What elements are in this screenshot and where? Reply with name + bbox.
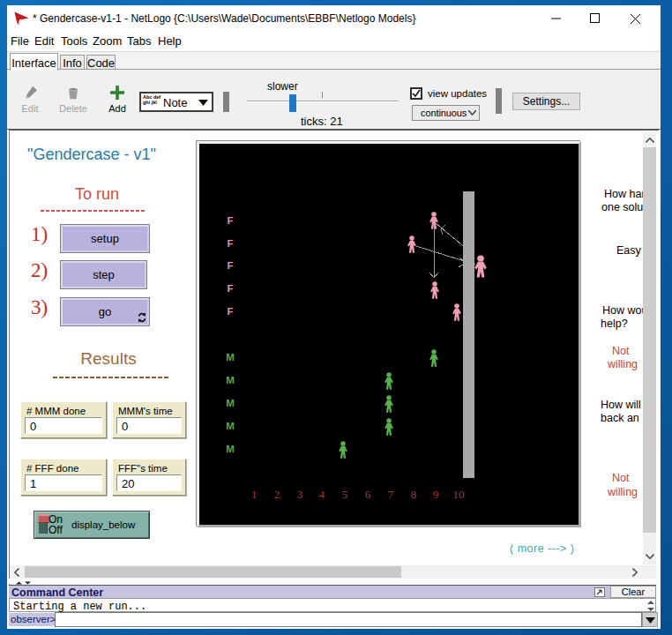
svg-text:M: M xyxy=(226,398,235,408)
svg-text:F: F xyxy=(227,306,233,317)
svg-text:M: M xyxy=(226,444,235,454)
svg-text:6: 6 xyxy=(365,488,371,501)
svg-text:5: 5 xyxy=(342,488,348,501)
svg-text:3: 3 xyxy=(297,488,303,501)
svg-text:F: F xyxy=(227,215,233,226)
svg-text:2: 2 xyxy=(274,488,280,501)
svg-text:M: M xyxy=(226,352,235,362)
svg-text:M: M xyxy=(226,421,235,431)
svg-text:F: F xyxy=(227,260,233,271)
svg-text:F: F xyxy=(227,283,233,294)
svg-text:8: 8 xyxy=(411,488,417,501)
svg-text:1: 1 xyxy=(251,488,258,501)
svg-text:7: 7 xyxy=(388,488,394,501)
svg-text:4: 4 xyxy=(319,488,325,501)
svg-text:F: F xyxy=(227,238,233,249)
svg-text:M: M xyxy=(226,375,235,385)
svg-text:9: 9 xyxy=(433,488,439,501)
svg-text:10: 10 xyxy=(453,488,465,501)
